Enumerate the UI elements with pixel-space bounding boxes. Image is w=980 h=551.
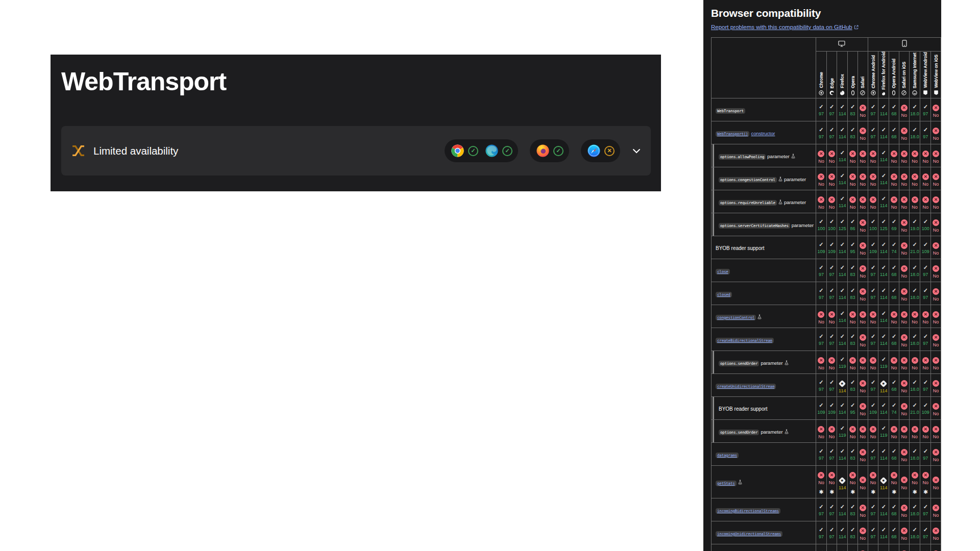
support-cell[interactable]: ✓114 xyxy=(878,144,889,167)
support-cell[interactable]: ✕No xyxy=(931,443,941,466)
support-cell[interactable]: ✕No✱ xyxy=(848,466,858,498)
support-cell[interactable]: ✓114 xyxy=(878,259,889,282)
support-cell[interactable]: ✕No xyxy=(931,466,941,498)
support-cell[interactable]: ✕No xyxy=(857,259,868,282)
support-cell[interactable]: ✓97 xyxy=(826,328,837,351)
support-cell[interactable]: ✕No xyxy=(868,144,878,167)
support-cell[interactable]: ✕No xyxy=(899,443,909,466)
support-cell[interactable]: ✕No xyxy=(826,420,837,443)
support-cell[interactable]: ✕No xyxy=(899,544,909,551)
support-cell[interactable]: ✕No xyxy=(931,328,941,351)
support-cell[interactable]: ✓83 xyxy=(848,544,858,551)
support-cell[interactable]: ✓109 xyxy=(920,236,931,259)
support-cell[interactable]: ✓68 xyxy=(889,259,899,282)
chevron-down-icon[interactable] xyxy=(632,148,641,154)
support-cell[interactable]: ✓97 xyxy=(826,282,837,305)
support-cell[interactable]: ✕No xyxy=(909,351,920,374)
support-cell[interactable]: ✓114 xyxy=(878,236,889,259)
support-cell[interactable]: ✓114 xyxy=(837,236,848,259)
support-cell[interactable]: ✓68 xyxy=(889,443,899,466)
support-cell[interactable]: ✕No xyxy=(857,282,868,305)
feature-name-cell[interactable]: createUnidirectionalStream xyxy=(712,374,816,397)
support-cell[interactable]: ✕No xyxy=(931,397,941,420)
support-cell[interactable]: ✓97 xyxy=(868,121,878,144)
support-cell[interactable]: ✓97 xyxy=(826,544,837,551)
support-cell[interactable]: ✓114 xyxy=(878,544,889,551)
support-cell[interactable]: ✓114 xyxy=(878,121,889,144)
support-cell[interactable]: ✕No xyxy=(931,167,941,190)
support-cell[interactable]: ✕No xyxy=(899,466,909,498)
support-cell[interactable]: ✓97 xyxy=(868,544,878,551)
support-cell[interactable]: ✕No xyxy=(857,498,868,521)
support-cell[interactable]: ✕No xyxy=(857,397,868,420)
feature-link[interactable]: WebTransport()constructor xyxy=(716,128,775,137)
support-cell[interactable]: ✕No xyxy=(889,190,899,213)
support-cell[interactable]: ✓97 xyxy=(816,98,827,121)
support-cell[interactable]: ✓109 xyxy=(920,397,931,420)
support-cell[interactable]: ✓114 xyxy=(837,282,848,305)
support-cell[interactable]: ✓119 xyxy=(878,351,889,374)
support-cell[interactable]: ✓86 xyxy=(848,213,858,236)
support-cell[interactable]: ✓83 xyxy=(848,98,858,121)
support-cell[interactable]: ✓18.0 xyxy=(909,282,920,305)
support-cell[interactable]: ✕No xyxy=(899,167,909,190)
support-cell[interactable]: ✕No xyxy=(816,167,827,190)
support-cell[interactable]: ✕No xyxy=(848,351,858,374)
support-cell[interactable]: ✓109 xyxy=(868,236,878,259)
support-cell[interactable]: ✕No xyxy=(909,305,920,328)
support-cell[interactable]: ✕No xyxy=(899,98,909,121)
support-cell[interactable]: ✕No xyxy=(857,144,868,167)
support-cell[interactable]: ✕No xyxy=(909,420,920,443)
support-cell[interactable]: ✓18.0 xyxy=(909,544,920,551)
feature-link[interactable]: createBidirectionalStream xyxy=(716,335,774,343)
support-cell[interactable]: ✕No xyxy=(931,259,941,282)
support-cell[interactable]: ✓97 xyxy=(826,121,837,144)
support-cell[interactable]: ✓18.0 xyxy=(909,498,920,521)
feature-link[interactable]: close xyxy=(716,266,730,274)
feature-name-cell[interactable]: incomingUnidirectionalStreams xyxy=(712,521,816,544)
support-cell[interactable]: ✕No xyxy=(909,144,920,167)
support-cell[interactable]: ✱114 xyxy=(837,466,848,498)
support-cell[interactable]: ✕No✱ xyxy=(920,466,931,498)
support-cell[interactable]: ✓97 xyxy=(816,328,827,351)
support-cell[interactable]: ✓97 xyxy=(920,521,931,544)
support-cell[interactable]: ✓97 xyxy=(816,498,827,521)
support-cell[interactable]: ✕No xyxy=(899,328,909,351)
support-cell[interactable]: ✕No xyxy=(889,420,899,443)
support-cell[interactable]: ✕No✱ xyxy=(816,466,827,498)
support-cell[interactable]: ✕No xyxy=(931,121,941,144)
support-cell[interactable]: ✕No xyxy=(868,167,878,190)
support-cell[interactable]: ✓68 xyxy=(889,282,899,305)
support-cell[interactable]: ✱114 xyxy=(837,374,848,397)
support-cell[interactable]: ✕No xyxy=(857,167,868,190)
support-cell[interactable]: ✓114 xyxy=(837,305,848,328)
support-cell[interactable]: ✓97 xyxy=(920,259,931,282)
support-cell[interactable]: ✓83 xyxy=(848,443,858,466)
support-cell[interactable]: ✓97 xyxy=(868,282,878,305)
support-cell[interactable]: ✓97 xyxy=(920,443,931,466)
support-cell[interactable]: ✓19.0 xyxy=(909,213,920,236)
support-cell[interactable]: ✓68 xyxy=(889,498,899,521)
support-cell[interactable]: ✓69 xyxy=(889,213,899,236)
support-cell[interactable]: ✓68 xyxy=(889,328,899,351)
support-cell[interactable]: ✓18.0 xyxy=(909,98,920,121)
support-cell[interactable]: ✓68 xyxy=(889,98,899,121)
support-cell[interactable]: ✕No xyxy=(899,397,909,420)
support-cell[interactable]: ✕No xyxy=(868,351,878,374)
support-cell[interactable]: ✓114 xyxy=(837,121,848,144)
support-cell[interactable]: ✕No xyxy=(848,167,858,190)
feature-link[interactable]: incomingUnidirectionalStreams xyxy=(716,528,782,537)
support-cell[interactable]: ✓21.0 xyxy=(909,397,920,420)
feature-link[interactable]: getStats xyxy=(716,478,742,486)
support-cell[interactable]: ✓114 xyxy=(878,167,889,190)
support-cell[interactable]: ✓97 xyxy=(868,443,878,466)
support-cell[interactable]: ✕No xyxy=(816,144,827,167)
support-cell[interactable]: ✓97 xyxy=(920,282,931,305)
support-cell[interactable]: ✓18.0 xyxy=(909,121,920,144)
support-cell[interactable]: ✓119 xyxy=(837,351,848,374)
support-cell[interactable]: ✱114 xyxy=(878,466,889,498)
feature-link[interactable]: incomingBidirectionalStreams xyxy=(716,505,780,514)
support-cell[interactable]: ✕No xyxy=(868,190,878,213)
support-cell[interactable]: ✓114 xyxy=(878,305,889,328)
support-cell[interactable]: ✓97 xyxy=(920,544,931,551)
